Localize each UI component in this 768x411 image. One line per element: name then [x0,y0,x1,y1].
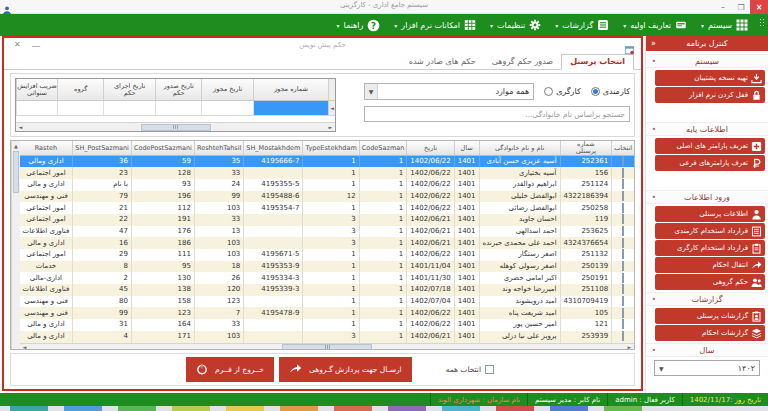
search-input[interactable]: جستجو براساس نام خانوادگی... [364,106,630,122]
grid-cell-name[interactable]: آسیه عزیزی حسن آبادی [479,156,560,168]
radio-employee[interactable]: کارمندی [591,87,630,96]
table-row[interactable]: 4324376654احمد علی محمدی حیرنده14011402/… [20,237,634,249]
grid-cell-sh_personeli[interactable]: 4322186394 [560,191,612,203]
grid-cell-code_post[interactable]: 59 [131,156,194,168]
menubar-item-2[interactable]: تعاریف اولیه▾ [616,14,694,36]
grid-cell-sh_mostakhdem[interactable]: 4195355-5 [244,179,303,191]
grid-cell-reshteh_tahsil[interactable]: 123 [194,296,243,308]
permit-grid-header[interactable]: شماره مجوز [253,79,328,100]
grid-cell-rasteh[interactable]: فنی و مهندسی [20,296,73,308]
grid-hscrollbar[interactable]: ◄ ► [20,343,634,350]
window-minimize-button[interactable]: – [714,0,732,14]
sidebar-header[interactable]: «کنترل برنامه [646,36,768,51]
grid-cell-sal[interactable]: 1401 [454,249,479,261]
grid-cell-name[interactable]: امید شریعت پناه [479,307,560,319]
grid-cell-sal[interactable]: 1401 [454,179,479,191]
grid-cell-code_post[interactable]: 112 [131,202,194,214]
grid-column-header[interactable]: CodeSazman [359,141,407,156]
scrollbar-thumb[interactable] [13,151,19,193]
grid-cell-code_post[interactable]: 128 [131,167,194,179]
row-select-cell[interactable] [612,307,634,319]
sidebar-button[interactable]: گزارشات پرسنلی [655,308,765,324]
toolbar-grip-icon[interactable] [759,18,766,28]
grid-cell-reshteh_tahsil[interactable]: 33 [194,167,243,179]
table-row[interactable]: 4322186394ابوالفضل خلیلی14011402/06/2211… [20,191,634,203]
grid-cell-sh_post[interactable]: 21 [73,202,132,214]
grid-cell-rasteh[interactable]: اداری-مالی [20,272,73,284]
row-select-cell[interactable] [612,249,634,261]
grid-cell-type_estekhdam[interactable]: 1 [303,319,359,331]
sidebar-button[interactable]: قرارداد استخدام کارمندی [655,223,765,239]
grid-cell-name[interactable]: احسان جاوید [479,214,560,226]
grid-cell-type_estekhdam[interactable]: 3 [303,226,359,238]
grid-cell-sh_personeli[interactable]: 250258 [560,202,612,214]
grid-cell-type_estekhdam[interactable]: 1 [303,307,359,319]
row-select-cell[interactable] [612,331,634,343]
row-select-cell[interactable] [612,179,634,191]
menubar-item-3[interactable]: گزارشات▾ [548,14,616,36]
grid-cell-code_post[interactable]: 95 [131,261,194,273]
checkbox-icon[interactable] [622,273,624,283]
grid-cell-type_estekhdam[interactable]: 1 [303,249,359,261]
exit-form-button[interactable]: خــروج از فــرم [186,357,274,382]
sidebar-button[interactable]: حکم گروهی [655,274,765,290]
permit-grid-cell[interactable] [103,101,155,115]
grid-cell-reshteh_tahsil[interactable]: 13 [194,226,243,238]
grid-cell-sh_personeli[interactable]: 250139 [560,261,612,273]
row-select-cell[interactable] [612,191,634,203]
grid-cell-sal[interactable]: 1401 [454,202,479,214]
grid-cell-tarikh[interactable]: 1402/06/22 [407,167,454,179]
grid-cell-tarikh[interactable]: 1402/06/22 [407,202,454,214]
tab-2[interactable]: صدور حکم گروهی [484,55,561,69]
grid-cell-sh_personeli[interactable]: 105 [560,307,612,319]
grid-cell-sh_mostakhdem[interactable] [244,319,303,331]
scrollbar-thumb[interactable] [141,124,211,131]
grid-cell-sh_post[interactable]: 16 [73,237,132,249]
checkbox-icon[interactable] [622,191,624,201]
sidebar-group-label[interactable]: ٭سیستم [646,54,768,68]
grid-cell-code_post[interactable]: 130 [131,272,194,284]
grid-cell-name[interactable]: اصغر رستگار [479,249,560,261]
checkbox-icon[interactable] [622,226,624,236]
grid-cell-sh_personeli[interactable]: 252361 [560,156,612,168]
permit-grid-cell[interactable] [201,101,253,115]
menubar-item-4[interactable]: تنظیمات▾ [483,14,548,36]
grid-cell-sh_personeli[interactable]: 4324376654 [560,237,612,249]
grid-cell-sal[interactable]: 1401 [454,284,479,296]
sidebar-group-label[interactable]: ٭گزارشات [646,292,768,306]
menubar-item-1[interactable]: سیستم▾ [694,14,755,36]
scroll-up-icon[interactable]: ▲ [12,141,20,150]
grid-cell-reshteh_tahsil[interactable]: 33 [194,214,243,226]
grid-cell-rasteh[interactable]: اداری و مالی [20,319,73,331]
permit-grid-cell[interactable] [155,101,201,115]
permit-grid-cell[interactable] [253,101,328,115]
permit-grid-header[interactable]: تاریخ مجوز [201,79,253,100]
grid-cell-code_sazman[interactable]: 1 [359,296,407,308]
grid-cell-tarikh[interactable]: 1402/07/04 [407,296,454,308]
sidebar-group-label[interactable]: ٭ورود اطلاعات [646,190,768,204]
grid-cell-tarikh[interactable]: 1402/06/21 [407,237,454,249]
grid-cell-code_sazman[interactable]: 1 [359,156,407,168]
menubar-item-6[interactable]: ?راهنما▾ [329,14,387,36]
grid-cell-sh_post[interactable]: 47 [73,226,132,238]
grid-cell-sh_personeli[interactable]: 251124 [560,179,612,191]
grid-cell-tarikh[interactable]: 1402/06/22 [407,179,454,191]
scrollbar-thumb[interactable] [282,344,372,350]
grid-cell-type_estekhdam[interactable]: 1 [303,296,359,308]
checkbox-icon[interactable] [622,308,624,318]
grid-cell-tarikh[interactable]: 1402/06/21 [407,226,454,238]
grid-column-header[interactable]: SH_PostSazmani [73,141,132,156]
row-select-cell[interactable] [612,214,634,226]
grid-cell-sh_mostakhdem[interactable] [244,226,303,238]
grid-cell-name[interactable]: احمد اسدالهی [479,226,560,238]
grid-cell-code_sazman[interactable]: 1 [359,214,407,226]
row-select-cell[interactable] [612,284,634,296]
grid-cell-sh_mostakhdem[interactable]: 4195488-6 [244,191,303,203]
grid-cell-type_estekhdam[interactable]: 1 [303,261,359,273]
checkbox-icon[interactable] [622,331,624,341]
grid-cell-code_sazman[interactable]: 1 [359,179,407,191]
table-row[interactable]: 253625احمد اسدالهی14011402/06/2113131764… [20,226,634,238]
grid-cell-tarikh[interactable]: 1402/06/21 [407,331,454,343]
grid-column-header[interactable]: سال [454,141,479,156]
sidebar-button[interactable]: اطلاعات پرسنلی [655,206,765,222]
